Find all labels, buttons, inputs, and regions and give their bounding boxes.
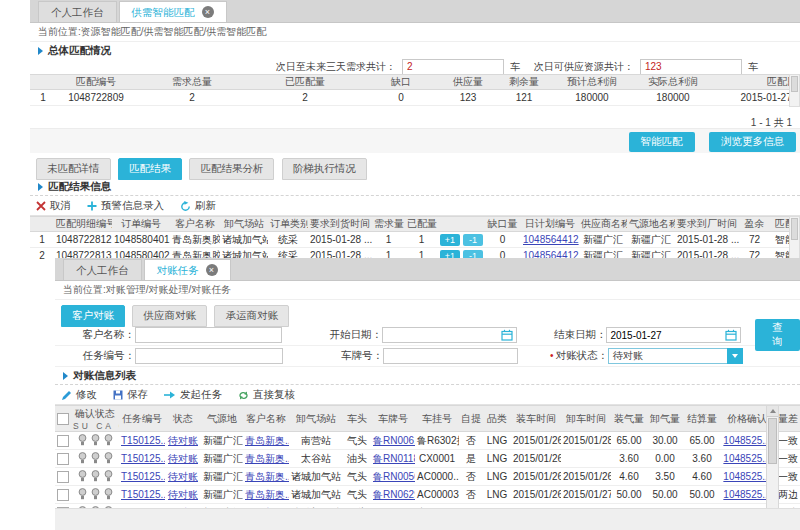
start-date-input[interactable] <box>386 330 486 341</box>
column-header: 预计总利润 <box>552 75 632 90</box>
modify-button[interactable]: 修改 <box>61 388 97 402</box>
column-header: 缺口量 <box>484 217 521 232</box>
calendar-icon[interactable] <box>501 329 513 341</box>
cell-link[interactable]: 1048525... <box>723 489 770 500</box>
cancel-button[interactable]: 取消 <box>36 199 71 213</box>
decrease-button[interactable]: -1 <box>463 234 483 246</box>
overview-table: 匹配编号需求总量已匹配量缺口供应量剩余量预计总利润实际总利润匹配日期110487… <box>30 74 800 106</box>
top-window-tabbar: 个人工作台 供需智能匹配 × <box>30 0 800 23</box>
close-icon[interactable]: × <box>206 264 218 276</box>
scrollbar-thumb[interactable] <box>791 218 798 240</box>
increase-button[interactable]: +1 <box>440 234 460 246</box>
cell-link[interactable]: T150125... <box>121 489 165 500</box>
plate-number-input[interactable] <box>383 348 518 364</box>
scrollbar-thumb[interactable] <box>791 76 798 92</box>
table-cell: 2015/01/26 <box>561 468 611 486</box>
tool-label: 保存 <box>127 388 148 402</box>
tab-carrier-reconciliation[interactable]: 承运商对账 <box>214 305 289 327</box>
cell-link[interactable]: 青岛新奥... <box>245 453 289 464</box>
section-reconciliation-list[interactable]: 对账信息列表 <box>55 367 800 385</box>
cell-link[interactable]: T150125... <box>121 435 165 446</box>
cell-link[interactable]: 待对账 <box>168 435 198 446</box>
tab-personal-workspace[interactable]: 个人工作台 <box>38 1 117 22</box>
close-icon[interactable]: × <box>202 6 214 18</box>
row-checkbox[interactable] <box>57 471 69 483</box>
tab-unmatched-detail[interactable]: 未匹配详情 <box>36 158 111 180</box>
cell-link[interactable]: 待对账 <box>168 471 198 482</box>
cell-link[interactable]: 鲁RN0061 <box>373 435 415 446</box>
cell-link[interactable]: 青岛新奥... <box>245 435 289 446</box>
row-checkbox[interactable] <box>57 435 69 447</box>
start-date-field[interactable] <box>382 327 517 343</box>
cell-link[interactable]: 1048564412 <box>523 234 579 245</box>
tab-customer-reconciliation[interactable]: 客户对账 <box>61 305 125 327</box>
table-row[interactable]: T150125...待对账新疆广汇青岛新奥...太谷站油头鲁RN0118CX00… <box>55 450 800 468</box>
tab-supply-demand-match[interactable]: 供需智能匹配 × <box>119 1 227 22</box>
smart-match-button[interactable]: 智能匹配 <box>629 132 695 152</box>
table-row[interactable]: 110487228121048580401青岛新奥胶..诸城加气站统采2015-… <box>30 232 800 248</box>
initiate-task-button[interactable]: 发起任务 <box>164 388 222 402</box>
stat-supply-unit: 车 <box>748 60 758 74</box>
column-header: 客户名称 <box>243 406 289 432</box>
table-cell: T150125... <box>119 450 165 468</box>
customer-name-input[interactable] <box>135 327 283 343</box>
column-header <box>461 217 484 232</box>
scrollbar-vertical[interactable] <box>789 74 800 107</box>
result-tabs: 未匹配详情 匹配结果 匹配结果分析 阶梯执行情况 <box>30 155 800 178</box>
table-row[interactable]: T150125...待对账新疆广汇青岛新奥...南营站气头鲁RN0061鲁R63… <box>55 432 800 450</box>
table-row[interactable]: T150125...待对账新疆广汇青岛新奥...诸城加气站气头鲁RN0050AC… <box>55 468 800 486</box>
end-date-input[interactable] <box>610 330 710 341</box>
cell-link[interactable]: 1048525... <box>723 453 770 464</box>
cell-link[interactable]: 鲁RN0629 <box>373 489 415 500</box>
table-cell: LNG <box>483 486 511 504</box>
dropdown-arrow-icon[interactable] <box>727 348 743 364</box>
section-overall-match[interactable]: 总体匹配情况 <box>30 42 800 59</box>
tab-reconciliation-task[interactable]: 对账任务 × <box>144 259 231 280</box>
task-number-input[interactable] <box>135 348 283 364</box>
confirm-status-bulb-icon <box>104 452 113 464</box>
cell-link[interactable]: 青岛新奥... <box>245 471 289 482</box>
cell-link[interactable]: T150125... <box>121 471 165 482</box>
column-header: 卸车时间 <box>561 406 611 432</box>
table-cell: 是 <box>459 450 483 468</box>
end-date-field[interactable] <box>606 327 741 343</box>
cell-link[interactable]: 1048525... <box>723 471 770 482</box>
direct-review-button[interactable]: 直接复核 <box>238 388 295 402</box>
table-row[interactable]: 110487228092201231211800001800002015-01-… <box>30 90 800 106</box>
calendar-icon[interactable] <box>725 329 737 341</box>
warning-entry-button[interactable]: 预警信息录入 <box>87 199 164 213</box>
tab-step-execution[interactable]: 阶梯执行情况 <box>282 158 367 180</box>
tab-supplier-reconciliation[interactable]: 供应商对账 <box>132 305 207 327</box>
cell-link[interactable]: 鲁RN0118 <box>373 453 415 464</box>
row-checkbox[interactable] <box>57 453 69 465</box>
cell-link[interactable]: T150125... <box>121 453 165 464</box>
scrollbar-thumb[interactable] <box>768 418 777 464</box>
stat-supply-value: 123 <box>640 59 742 75</box>
browse-more-button[interactable]: 浏览更多信息 <box>709 132 796 152</box>
section-match-result-info[interactable]: 匹配结果信息 <box>30 178 800 196</box>
refresh-button[interactable]: 刷新 <box>180 199 216 213</box>
row-checkbox[interactable] <box>57 489 69 501</box>
select-all-checkbox[interactable] <box>57 413 69 425</box>
cell-link[interactable]: 待对账 <box>168 489 198 500</box>
tab-match-result[interactable]: 匹配结果 <box>118 158 182 180</box>
scroll-up-icon[interactable] <box>767 406 778 417</box>
column-header: 车头 <box>343 406 371 432</box>
table-cell: 鲁RN0629 <box>371 486 415 504</box>
grid-footer-scroll-area[interactable] <box>55 508 800 530</box>
status-select[interactable]: 待对账 <box>608 348 743 364</box>
cell-link[interactable]: 1048525... <box>723 435 770 446</box>
tab-personal-workspace[interactable]: 个人工作台 <box>63 259 142 280</box>
cell-link[interactable]: 待对账 <box>168 453 198 464</box>
table-cell: 3.50 <box>647 468 683 486</box>
cell-link[interactable]: 鲁RN0050 <box>373 471 415 482</box>
scrollbar-vertical[interactable] <box>789 216 800 263</box>
search-button[interactable]: 查询 <box>755 319 800 351</box>
table-row[interactable]: T150125...待对账新疆广汇青岛新奥...诸城加气站气头鲁RN0629AC… <box>55 486 800 504</box>
confirm-status-bulb-icon <box>91 434 100 446</box>
tab-match-analysis[interactable]: 匹配结果分析 <box>189 158 274 180</box>
table-cell: 青岛新奥... <box>243 486 289 504</box>
save-button[interactable]: 保存 <box>113 388 148 402</box>
cell-link[interactable]: 青岛新奥... <box>245 489 289 500</box>
plate-number-label: 车牌号： <box>283 349 383 363</box>
